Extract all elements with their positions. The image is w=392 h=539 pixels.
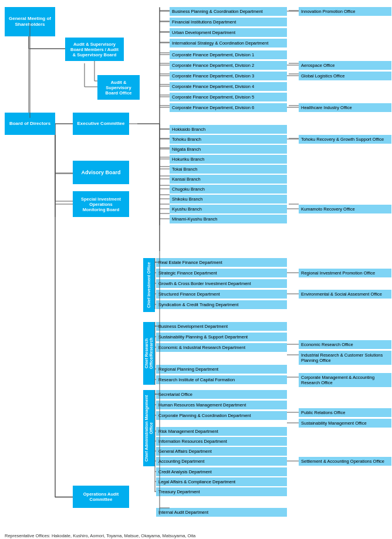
dept-0: Business Planning & Coordination Departm… [170,7,287,16]
dept-26: Sustainability Planning & Support Depart… [156,333,287,341]
dept-24: Syndication & Credit Trading Department [156,300,287,309]
dept-11: Tohoku Branch [170,135,287,144]
dept-13: Hokuriku Branch [170,155,287,164]
org-chart: General Meeting of Shareholders Audit & … [0,0,392,539]
dept-32: Corporate Planning & Coordination Depart… [156,411,287,420]
sub-regional-invest: Regional Investment Promotion Office [299,269,391,277]
dept-22: Growth & Cross Border Investment Departm… [156,279,287,288]
sub-aerospace: Aerospace Office [299,61,391,70]
dept-18: Kyushu Branch [170,205,287,213]
sub-tohoku: Tohoku Recovery & Growth Support Office [299,135,391,144]
dept-39: Treasury Department [156,487,287,496]
sub-environmental: Environmental & Social Assesment Office [299,290,391,299]
dept-27: Economic & Industrial Research Departmen… [156,343,287,352]
dept-20: Real Estate Finance Department [156,258,287,267]
sub-industrial-research: Industrial Research & Customer Solutions… [299,351,391,365]
dept-10: Hokkaido Branch [170,125,287,134]
dept-12: Niigata Branch [170,145,287,154]
dept-28: Regional Planning Department [156,365,287,374]
dept-5: Corporate Finance Department, Division 2 [170,61,287,70]
operations-audit-committee: Operations Audit Committee [73,486,129,508]
dept-7: Corporate Finance Department, Division 4 [170,82,287,91]
dept-29: Research Institute of Capital Formation [156,375,287,384]
dept-14: Tokai Branch [170,165,287,174]
dept-2: Urban Development Department [170,28,287,37]
dept-4: Corporate Finance Department, Division 1 [170,50,287,59]
dept-40: Internal Audit Department [156,508,287,517]
dept-16: Chugoku Branch [170,185,287,194]
dept-25: Business Development Department [156,322,287,331]
dept-19: Minami-Kyushu Branch [170,215,287,223]
chief-investment-office: Chief Investment Office [143,258,155,312]
dept-23: Structured Finance Department [156,290,287,299]
sub-kumamoto: Kumamoto Recovery Office [299,205,391,213]
dept-15: Kansai Branch [170,175,287,184]
board-of-directors: Board of Directors [5,113,55,135]
executive-committee: Executive Committee [73,113,129,135]
chart-container: General Meeting of Shareholders Audit & … [2,5,392,530]
chief-research-office: Chief Research Office/Research [143,322,155,385]
dept-35: General Affairs Department [156,447,287,456]
dept-30: Secretariat Office [156,390,287,399]
audit-office: Audit & Supervisory Board Office [97,75,140,100]
dept-38: Legal Affairs & Compliance Department [156,477,287,486]
dept-21: Strategic Finance Department [156,269,287,277]
advisory-board: Advisory Board [73,161,129,184]
sub-corporate-mgmt: Corporate Management & Accounting Resear… [299,373,391,387]
chief-management-office: Chief Administration Management Office [143,390,155,466]
sub-innovation: Innovation Promotion Office [299,7,391,16]
dept-34: Information Resources Department [156,437,287,446]
sub-economic-research: Economic Research Office [299,340,391,349]
dept-3: International Strategy & Coordination De… [170,39,287,48]
general-meeting: General Meeting of Shareholders [5,7,55,36]
dept-36: Accounting Department [156,457,287,466]
dept-31: Human Resources Management Department [156,401,287,409]
sub-sustainability-mgmt: Sustainability Management Office [299,419,391,428]
audit-supervisory-board: Audit & Supervisory Board Members / Audi… [65,38,124,61]
dept-6: Corporate Finance Department, Division 3 [170,72,287,80]
dept-9: Corporate Finance Department, Division 6 [170,103,287,112]
sub-settlement: Settlement & Accounting Operations Offic… [299,457,391,466]
footer: Representative Offices: Hakodate, Kushir… [2,533,390,539]
sub-global-logistics: Global Logistics Office [299,72,391,80]
sub-public-relations: Public Relations Office [299,408,391,417]
sub-healthcare: Healthcare Industry Office [299,103,391,112]
dept-1: Financial Institutions Department [170,18,287,26]
footer-line1: Representative Offices: Hakodate, Kushir… [5,533,390,538]
dept-17: Shikoku Branch [170,195,287,204]
dept-37: Credit Analysis Department [156,467,287,476]
special-investment-board: Special Investment Operations Monitoring… [73,191,129,217]
dept-8: Corporate Finance Department, Division 5 [170,93,287,101]
dept-33: Risk Management Department [156,427,287,436]
